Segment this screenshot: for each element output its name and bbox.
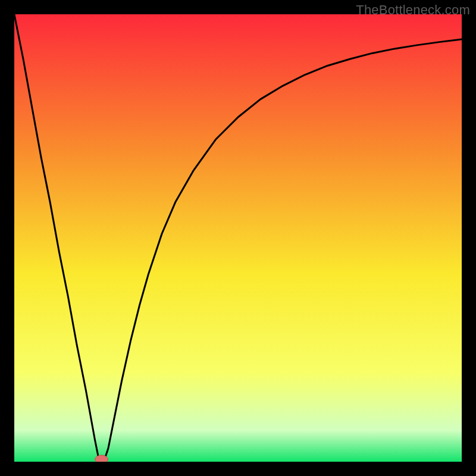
- svg-point-0: [95, 455, 108, 462]
- minimum-marker: [95, 455, 108, 462]
- gradient-background: [14, 14, 462, 462]
- watermark-text: TheBottleneck.com: [356, 2, 470, 18]
- chart-frame: [14, 14, 462, 462]
- bottleneck-plot: [14, 14, 462, 462]
